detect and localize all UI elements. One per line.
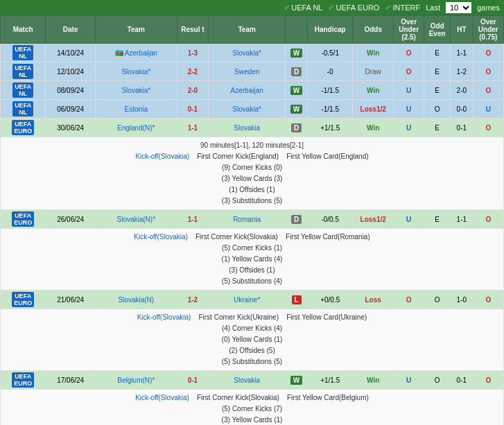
team1-link[interactable]: England(N)* — [117, 124, 155, 132]
table-row: UEFANL 12/10/24 Slovakia* 2-2 Sweden D -… — [1, 62, 504, 81]
cell-wr: W — [286, 371, 308, 390]
team2-link[interactable]: Azerbaijan — [231, 87, 263, 94]
cell-handicap: +1/1.5 — [308, 119, 353, 137]
cell-ou25: U — [394, 210, 424, 229]
cell-team1: England(N)* — [96, 119, 177, 137]
cell-ou075: O — [473, 81, 503, 100]
detail-row: Kick-off(Slovakia) First Corner Kick(Ukr… — [1, 309, 504, 371]
cell-ht: 2-0 — [451, 81, 473, 100]
cell-team1: Estonia — [96, 100, 177, 119]
cell-ht: 1-0 — [451, 290, 473, 309]
wr-badge: D — [291, 123, 302, 132]
col-header-match: Match — [1, 16, 46, 44]
filter-nl-label: UEFA NL — [291, 3, 322, 12]
cell-team1: Slovakia(N) — [96, 290, 177, 309]
filter-interf[interactable]: ✔ INTERF — [385, 3, 420, 12]
cell-result: 0-1 — [177, 100, 209, 119]
cell-oe: E — [424, 62, 451, 81]
league-badge: UEFAEURO — [12, 292, 34, 307]
detail-cell: Kick-off(Slovakia) First Corner Kick(Ukr… — [1, 309, 504, 371]
table-row: UEFANL 14/10/24 🇦🇿 Azerbaijan 1-3 Slovak… — [1, 44, 504, 62]
cell-result: 1-3 — [177, 44, 209, 62]
team2-link[interactable]: Slovakia — [234, 124, 260, 132]
cell-oe: E — [424, 210, 451, 229]
cell-ht: 1-1 — [451, 210, 473, 229]
team2-link[interactable]: Ukraine* — [234, 296, 260, 304]
cell-odds: Win — [353, 119, 394, 137]
team1-link[interactable]: Slovakia* — [121, 68, 150, 76]
wr-badge: D — [291, 215, 302, 224]
cell-ou25: U — [394, 371, 424, 390]
col-header-result: Resul t — [177, 16, 209, 44]
team2-link[interactable]: Romania — [233, 216, 261, 223]
cell-ou075: O — [473, 44, 503, 62]
games-select[interactable]: 10 20 30 — [446, 2, 471, 13]
league-badge: UEFANL — [12, 64, 33, 79]
cell-ou25: O — [394, 290, 424, 309]
cell-handicap: -1/1.5 — [308, 100, 353, 119]
cell-oe: O — [424, 100, 451, 119]
detail-cell: 90 minutes[1-1], 120 minutes[2-1] Kick-o… — [1, 137, 504, 210]
cell-handicap: -0/0.5 — [308, 210, 353, 229]
team2-link[interactable]: Sweden — [234, 68, 259, 76]
flag-icon: 🇦🇿 — [115, 49, 123, 57]
cell-ou075: O — [473, 210, 503, 229]
check-icon-euro: ✔ — [328, 3, 334, 12]
games-label: games — [477, 3, 500, 12]
team1-link[interactable]: Azerbaijan — [125, 49, 157, 57]
cell-result: 1-1 — [177, 119, 209, 137]
cell-handicap: +1/1.5 — [308, 371, 353, 390]
cell-ou25: U — [394, 81, 424, 100]
team2-link[interactable]: Slovakia — [234, 376, 260, 384]
team1-link[interactable]: Slovakia* — [121, 87, 150, 94]
team1-link[interactable]: Slovakia(N) — [118, 296, 154, 304]
cell-league: UEFAEURO — [1, 119, 46, 137]
wr-badge: W — [290, 49, 302, 58]
cell-oe: E — [424, 44, 451, 62]
cell-date: 26/06/24 — [46, 210, 96, 229]
cell-league: UEFAEURO — [1, 210, 46, 229]
cell-date: 21/06/24 — [46, 290, 96, 309]
cell-ht: 0-1 — [451, 371, 473, 390]
table-row: UEFAEURO 26/06/24 Slovakia(N)* 1-1 Roman… — [1, 210, 504, 229]
detail-cell: Kick-off(Slovakia) First Corner Kick(Slo… — [1, 390, 504, 426]
team2-link[interactable]: Slovakia* — [232, 105, 261, 113]
cell-result: 0-1 — [177, 371, 209, 390]
cell-wr: W — [286, 81, 308, 100]
cell-league: UEFAEURO — [1, 290, 46, 309]
filter-uefa-nl[interactable]: ✔ UEFA NL — [284, 3, 322, 12]
col-header-ht: HT — [451, 16, 473, 44]
cell-handicap: -1/1.5 — [308, 81, 353, 100]
col-header-oe: Odd Even — [424, 16, 451, 44]
cell-team2: Azerbaijan — [209, 81, 286, 100]
team1-link[interactable]: Slovakia(N)* — [116, 216, 155, 223]
wr-badge: L — [292, 295, 302, 304]
cell-league: UEFANL — [1, 81, 46, 100]
cell-odds: Loss1/2 — [353, 100, 394, 119]
team1-link[interactable]: Estonia — [125, 105, 148, 113]
cell-handicap: +0/0.5 — [308, 290, 353, 309]
wr-badge: W — [290, 86, 302, 95]
cell-handicap: -0.5/1 — [308, 44, 353, 62]
table-header-row: Match Date Team Resul t Team Handicap Od… — [1, 16, 504, 44]
col-header-odds: Odds — [353, 16, 394, 44]
cell-date: 17/06/24 — [46, 371, 96, 390]
cell-team2: Slovakia — [209, 371, 286, 390]
header-bar: ✔ UEFA NL ✔ UEFA EURO ✔ INTERF Last 10 2… — [0, 0, 504, 15]
col-header-date: Date — [46, 16, 96, 44]
cell-team1: Slovakia* — [96, 62, 177, 81]
cell-ht: 0-1 — [451, 119, 473, 137]
cell-ou075: O — [473, 119, 503, 137]
cell-odds: Win — [353, 44, 394, 62]
cell-ou25: O — [394, 62, 424, 81]
cell-ou25: U — [394, 100, 424, 119]
filter-uefa-euro[interactable]: ✔ UEFA EURO — [328, 3, 379, 12]
cell-ou075: O — [473, 62, 503, 81]
team1-link[interactable]: Belgium(N)* — [117, 376, 155, 384]
cell-league: UEFANL — [1, 100, 46, 119]
cell-ou075: U — [473, 100, 503, 119]
detail-row: Kick-off(Slovakia) First Corner Kick(Slo… — [1, 229, 504, 290]
team2-link[interactable]: Slovakia* — [232, 49, 261, 57]
cell-date: 14/10/24 — [46, 44, 96, 62]
cell-team2: Slovakia* — [209, 44, 286, 62]
